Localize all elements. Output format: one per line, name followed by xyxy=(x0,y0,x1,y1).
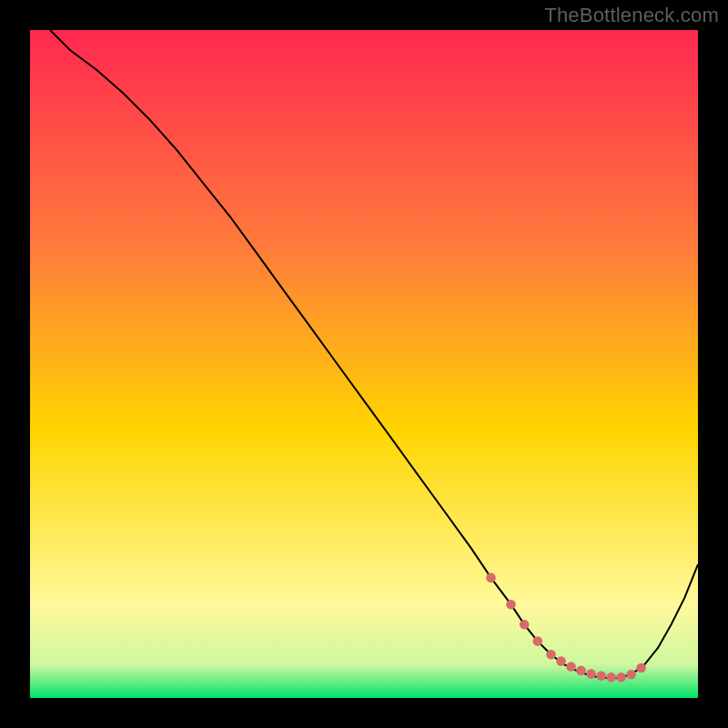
plot-area xyxy=(30,30,698,698)
optimal-point xyxy=(486,573,496,583)
optimal-point xyxy=(586,669,596,679)
optimal-point xyxy=(556,656,566,666)
optimal-point xyxy=(596,672,606,682)
optimal-point xyxy=(506,600,516,610)
optimal-point xyxy=(546,650,556,660)
optimal-point xyxy=(636,663,646,673)
optimal-point xyxy=(533,636,543,646)
plot-svg xyxy=(30,30,698,698)
chart-container: TheBottleneck.com xyxy=(0,0,728,728)
watermark-text: TheBottleneck.com xyxy=(544,4,719,27)
optimal-point xyxy=(616,672,626,682)
optimal-point xyxy=(606,672,616,682)
gradient-background xyxy=(30,30,698,698)
optimal-point xyxy=(520,620,530,630)
optimal-point xyxy=(626,670,636,680)
optimal-point xyxy=(566,662,576,672)
optimal-point xyxy=(576,666,586,676)
